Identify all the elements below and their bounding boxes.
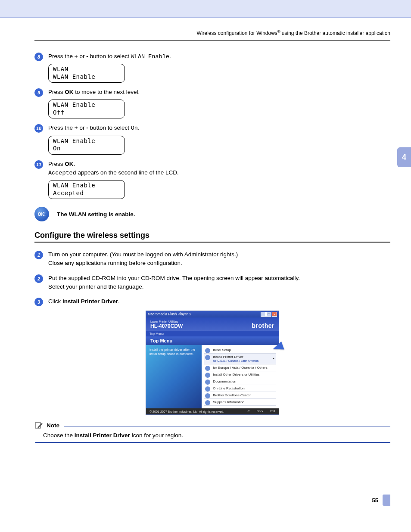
config-step-1: 1 Turn on your computer. (You must be lo… (34, 250, 390, 268)
running-header: Wireless configuration for Windows® usin… (34, 27, 390, 41)
note-header-row: Note (34, 421, 390, 429)
installer-menu-list: Initial Setup Install Printer Driverfor … (202, 345, 279, 408)
installer-menu-item[interactable]: On-Line Registration (204, 385, 276, 392)
step-text: Turn on your computer. (You must be logg… (48, 250, 390, 268)
page-number: 55 (372, 497, 378, 504)
step-text: Press OK to move to the next level. (48, 88, 390, 96)
back-arrow-icon[interactable]: ↶ (247, 410, 250, 413)
config-step-2: 2 Put the supplied CD-ROM into your CD-R… (34, 274, 390, 292)
step-number: 10 (34, 124, 43, 133)
lcd-display: WLAN Enable Accepted (48, 180, 125, 199)
installer-header-model: HL-4070CDW (150, 323, 183, 329)
installer-sidebar-text: Install the printer driver after the ini… (146, 345, 202, 408)
installer-menu-item[interactable]: Brother Solutions Center (204, 392, 276, 399)
supplies-icon (205, 400, 210, 405)
installer-footer: © 2001-2007 Brother Industries. Ltd. All… (146, 408, 279, 414)
lcd-display: WLAN Enable Off (48, 100, 125, 118)
exit-button[interactable]: Exit (270, 410, 275, 413)
chapter-tab: 4 (397, 147, 411, 167)
page-content: Wireless configuration for Windows® usin… (0, 18, 411, 523)
reg-mark: ® (277, 29, 280, 34)
note-bottom-rule (35, 442, 390, 443)
step-number: 2 (34, 274, 43, 283)
setup-icon (205, 348, 210, 353)
installer-menu-item-selected[interactable]: Install Printer Driverfor U.S.A. / Canad… (204, 354, 276, 364)
step-text: Put the supplied CD-ROM into your CD-ROM… (48, 274, 390, 292)
header-left: Wireless configuration for Windows (196, 30, 277, 36)
note-pencil-icon (34, 421, 44, 429)
installer-brand: brother (252, 322, 275, 329)
minimize-icon[interactable]: _ (261, 312, 266, 317)
step-text: Click Install Printer Driver. (48, 297, 390, 306)
step-number: 11 (34, 160, 43, 169)
page-corner-swatch (383, 495, 390, 506)
installer-menu-item[interactable]: Initial Setup (204, 347, 276, 354)
step-text: Press OK. Accepted appears on the second… (48, 160, 390, 178)
step-number: 3 (34, 298, 43, 306)
note-rule (64, 426, 390, 426)
step-number: 1 (34, 251, 43, 259)
driver-icon (205, 366, 210, 371)
register-icon (205, 386, 210, 392)
installer-header: Laser Printer Utilities HL-4070CDW broth… (146, 317, 279, 331)
lcd-display: WLAN WLAN Enable (48, 64, 125, 83)
page-footer: 55 (34, 495, 390, 506)
installer-copyright: © 2001-2007 Brother Industries. Ltd. All… (149, 410, 224, 413)
installer-topmenu-title: Top Menu (146, 336, 279, 345)
installer-app-title: Macromedia Flash Player 8 (148, 312, 191, 316)
config-step-3: 3 Click Install Printer Driver. (34, 297, 390, 306)
page-top-band (0, 0, 411, 18)
step-8: 8 Press the + or - button to select WLAN… (34, 52, 390, 61)
back-button[interactable]: Back (257, 410, 264, 413)
installer-breadcrumb: Top Menu (146, 331, 279, 336)
step-10: 10 Press the + or - button to select On. (34, 124, 390, 133)
step-number: 8 (34, 53, 43, 61)
ok-badge-icon: OK! (34, 207, 49, 221)
installer-menu-item[interactable]: Documentation (204, 378, 276, 385)
lcd-display: WLAN Enable On (48, 136, 125, 155)
chevron-right-icon: ▸ (273, 356, 274, 360)
ok-callout: OK! The WLAN setting is enable. (34, 207, 390, 221)
header-right: using the Brother automatic installer ap… (280, 30, 390, 36)
doc-icon (205, 380, 210, 385)
close-icon[interactable]: × (272, 312, 277, 317)
maximize-icon[interactable]: □ (266, 312, 271, 317)
step-11: 11 Press OK. Accepted appears on the sec… (34, 160, 390, 178)
step-9: 9 Press OK to move to the next level. (34, 88, 390, 97)
installer-window: Macromedia Flash Player 8 _ □ × Laser Pr… (146, 311, 279, 415)
driver-icon (205, 355, 210, 360)
installer-header-sub: Laser Printer Utilities (150, 320, 183, 323)
installer-menu-item[interactable]: for Europe / Asia / Oceania / Others (204, 364, 276, 371)
installer-menu-item[interactable]: Install Other Drivers or Utilities (204, 371, 276, 378)
step-text: Press the + or - button to select On. (48, 124, 390, 133)
note-label: Note (47, 422, 59, 429)
solutions-icon (205, 393, 210, 398)
ok-message: The WLAN setting is enable. (57, 211, 135, 218)
step-text: Press the + or - button to select WLAN E… (48, 52, 390, 61)
utilities-icon (205, 373, 210, 378)
installer-titlebar: Macromedia Flash Player 8 _ □ × (146, 311, 279, 317)
note-body: Choose the Install Printer Driver icon f… (43, 432, 390, 439)
installer-menu-item[interactable]: Supplies Information (204, 399, 276, 406)
step-number: 9 (34, 88, 43, 97)
section-heading: Configure the wireless settings (34, 231, 390, 243)
